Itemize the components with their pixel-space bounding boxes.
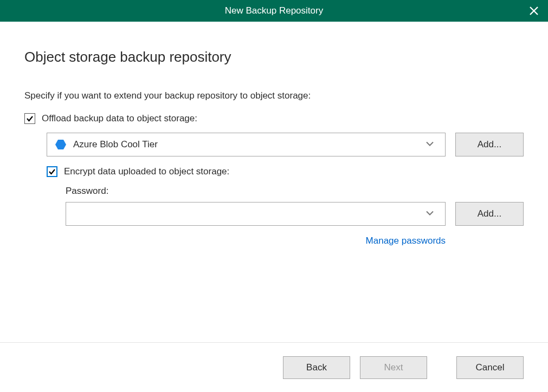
chevron-down-icon (424, 208, 435, 220)
dialog-content: Object storage backup repository Specify… (0, 22, 548, 342)
titlebar: New Backup Repository (0, 0, 548, 22)
offload-checkbox-label: Offload backup data to object storage: (42, 113, 197, 124)
storage-dropdown-value: Azure Blob Cool Tier (73, 139, 158, 150)
encrypt-checkbox[interactable] (47, 166, 57, 177)
close-button[interactable] (527, 4, 540, 17)
page-description: Specify if you want to extend your backu… (24, 90, 524, 101)
password-label: Password: (66, 186, 524, 197)
page-title: Object storage backup repository (24, 49, 524, 66)
storage-dropdown-row: Azure Blob Cool Tier Add... (47, 133, 524, 156)
manage-passwords-row: Manage passwords (66, 236, 524, 246)
manage-passwords-link[interactable]: Manage passwords (366, 236, 446, 246)
next-button[interactable]: Next (360, 356, 427, 379)
check-icon (48, 168, 56, 175)
encrypt-checkbox-row: Encrypt data uploaded to object storage: (47, 166, 524, 177)
password-dropdown-row: Add... (66, 202, 524, 226)
close-icon (529, 6, 539, 16)
cancel-button[interactable]: Cancel (456, 356, 524, 379)
window-title: New Backup Repository (225, 5, 323, 16)
dialog-footer: Back Next Cancel (0, 342, 548, 392)
check-icon (26, 115, 34, 122)
add-password-button[interactable]: Add... (455, 202, 524, 226)
offload-checkbox-row: Offload backup data to object storage: (24, 113, 524, 124)
offload-checkbox[interactable] (24, 113, 35, 124)
azure-hexagon-icon (55, 139, 67, 151)
encrypt-checkbox-label: Encrypt data uploaded to object storage: (64, 166, 229, 177)
add-storage-button[interactable]: Add... (455, 133, 524, 156)
chevron-down-icon (424, 139, 435, 151)
svg-marker-0 (55, 140, 66, 149)
back-button[interactable]: Back (283, 356, 350, 379)
password-dropdown[interactable] (66, 202, 446, 226)
storage-dropdown[interactable]: Azure Blob Cool Tier (47, 133, 446, 156)
password-section: Password: Add... (66, 186, 524, 226)
